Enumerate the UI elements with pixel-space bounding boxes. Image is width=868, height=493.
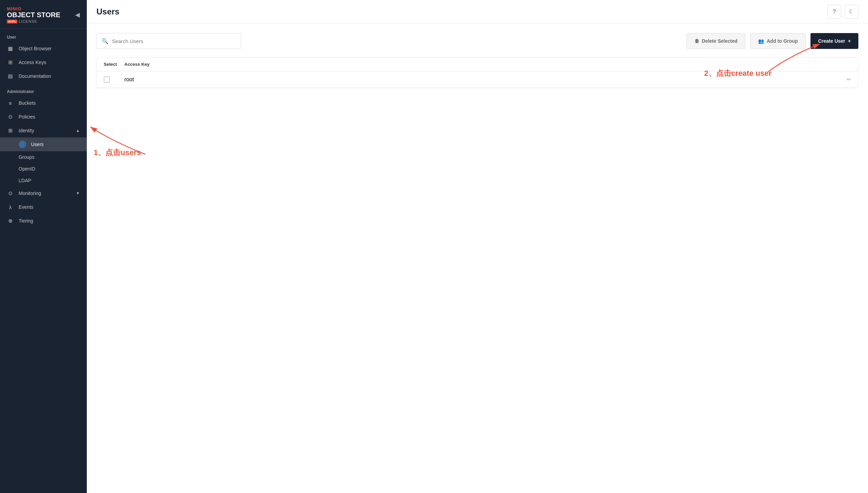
policy-icon: ⊙	[7, 113, 14, 120]
row-checkbox[interactable]	[104, 76, 110, 83]
create-user-label: Create User	[818, 38, 845, 44]
key-icon: ⊞	[7, 59, 14, 66]
create-user-button[interactable]: Create User +	[810, 33, 858, 49]
edit-icon[interactable]: ✏	[847, 76, 851, 83]
doc-icon: ▤	[7, 73, 14, 80]
sidebar-item-access-keys[interactable]: ⊞ Access Keys	[0, 55, 87, 69]
delete-selected-button[interactable]: 🗑 Delete Selected	[686, 33, 746, 49]
search-icon: 🔍	[102, 38, 108, 44]
group-icon: 👥	[758, 38, 764, 44]
sidebar-item-label: Tiering	[19, 218, 80, 224]
table-header: Select Access Key	[97, 58, 858, 71]
sidebar-item-label: Object Browser	[19, 46, 80, 51]
identity-icon: ⊞	[7, 127, 14, 134]
logo-license-text: LICENSE	[19, 19, 37, 23]
col-header-select: Select	[104, 62, 117, 67]
search-box: 🔍	[96, 33, 241, 49]
sidebar-item-label: Identity	[19, 128, 71, 133]
events-icon: λ	[7, 204, 14, 210]
topbar-actions: ? ☾	[827, 5, 858, 19]
sidebar-section-administrator: Administrator	[0, 83, 87, 96]
sidebar-item-events[interactable]: λ Events	[0, 200, 87, 214]
sidebar-sub-item-label: Users	[31, 142, 44, 147]
row-select-cell	[104, 76, 117, 83]
sidebar-item-monitoring[interactable]: ⊙ Monitoring ▼	[0, 186, 87, 200]
users-table: Select Access Key root ✏	[96, 57, 858, 88]
delete-icon: 🗑	[694, 38, 699, 44]
sidebar-item-users[interactable]: 👤 Users	[0, 137, 87, 151]
bucket-icon: ≡	[7, 100, 14, 106]
sidebar-item-ldap[interactable]: LDAP	[0, 175, 87, 186]
sidebar-item-label: Monitoring	[19, 191, 71, 196]
help-icon: ?	[833, 9, 836, 15]
logo-text: MINIO OBJECT STORE AGPL LICENSE	[7, 6, 60, 23]
logo-product: OBJECT STORE	[7, 11, 60, 18]
sidebar-item-label: Access Keys	[19, 60, 80, 65]
logo-brand: MINIO	[7, 6, 60, 11]
main-content: Users ? ☾ 🔍 🗑 Delete Selected 👥	[87, 0, 868, 493]
sidebar-sub-item-label: OpenID	[19, 166, 35, 172]
sidebar-item-identity[interactable]: ⊞ Identity ▲	[0, 124, 87, 137]
add-to-group-button[interactable]: 👥 Add to Group	[750, 33, 806, 49]
sidebar-section-user: User	[0, 29, 87, 42]
user-icon: 👤	[19, 141, 26, 148]
sidebar-item-label: Policies	[19, 114, 80, 120]
chevron-up-icon: ▲	[76, 128, 80, 133]
sidebar-item-documentation[interactable]: ▤ Documentation	[0, 69, 87, 83]
sidebar-item-label: Buckets	[19, 100, 80, 106]
col-header-access-key: Access Key	[124, 62, 851, 67]
plus-icon: +	[848, 38, 851, 44]
sidebar-sub-item-label: LDAP	[19, 178, 31, 183]
monitoring-icon: ⊙	[7, 190, 14, 197]
add-group-label: Add to Group	[767, 38, 798, 44]
sidebar-item-label: Documentation	[19, 73, 80, 79]
logo-badge: AGPL	[7, 20, 17, 23]
row-access-key: root	[124, 76, 840, 83]
content-area: 🔍 🗑 Delete Selected 👥 Add to Group Creat…	[87, 23, 868, 493]
sidebar: MINIO OBJECT STORE AGPL LICENSE ◀ User ▦…	[0, 0, 87, 493]
logo-license-row: AGPL LICENSE	[7, 19, 60, 23]
delete-label: Delete Selected	[702, 38, 738, 44]
sidebar-item-buckets[interactable]: ≡ Buckets	[0, 96, 87, 110]
chevron-down-icon: ▼	[76, 191, 80, 196]
sidebar-item-policies[interactable]: ⊙ Policies	[0, 110, 87, 124]
table-row: root ✏	[97, 71, 858, 88]
search-input[interactable]	[112, 38, 236, 44]
sidebar-sub-item-label: Groups	[19, 154, 34, 160]
sidebar-item-openid[interactable]: OpenID	[0, 163, 87, 175]
annotation-click-users: 1、点击users	[94, 147, 141, 158]
arrow-1	[87, 120, 152, 161]
page-title: Users	[96, 7, 120, 17]
sidebar-item-object-browser[interactable]: ▦ Object Browser	[0, 42, 87, 55]
moon-icon: ☾	[849, 8, 854, 15]
theme-toggle-button[interactable]: ☾	[845, 5, 858, 19]
topbar: Users ? ☾	[87, 0, 868, 23]
sidebar-collapse-button[interactable]: ◀	[75, 11, 80, 19]
sidebar-logo: MINIO OBJECT STORE AGPL LICENSE ◀	[0, 0, 87, 29]
grid-icon: ▦	[7, 45, 14, 52]
sidebar-item-groups[interactable]: Groups	[0, 151, 87, 163]
sidebar-item-label: Events	[19, 204, 80, 210]
toolbar: 🔍 🗑 Delete Selected 👥 Add to Group Creat…	[96, 33, 858, 49]
sidebar-item-tiering[interactable]: ⊗ Tiering	[0, 214, 87, 228]
tiering-icon: ⊗	[7, 217, 14, 224]
help-button[interactable]: ?	[827, 5, 841, 19]
